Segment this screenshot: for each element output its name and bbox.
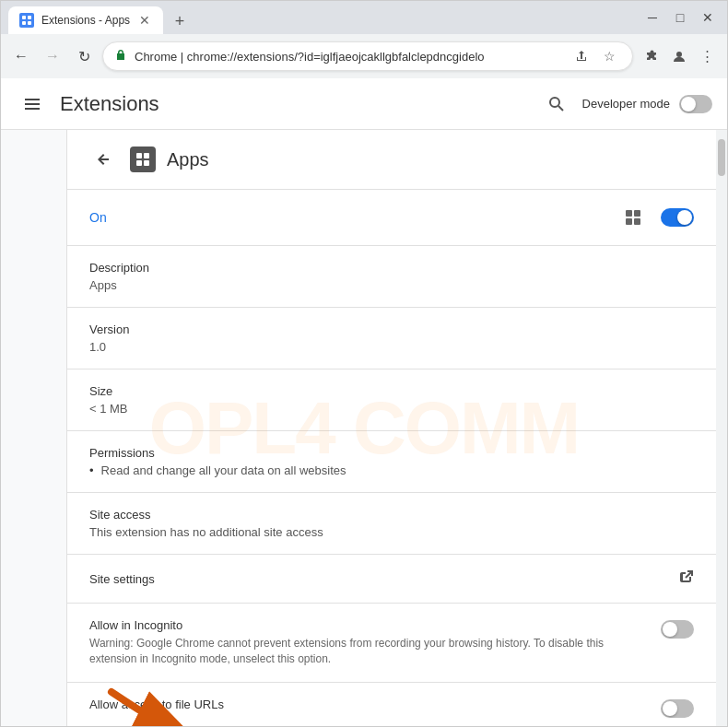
svg-rect-3 <box>28 21 31 25</box>
site-access-label: Site access <box>89 508 694 522</box>
extension-enable-toggle[interactable] <box>661 208 694 227</box>
on-right-controls <box>620 205 694 230</box>
permission-item: • Read and change all your data on all w… <box>89 463 694 477</box>
allow-file-access-row: Allow access to file URLs <box>67 683 716 726</box>
svg-rect-7 <box>25 108 40 110</box>
svg-rect-2 <box>22 21 26 25</box>
size-label: Size <box>89 384 694 398</box>
version-section: Version 1.0 <box>67 308 716 369</box>
allow-incognito-row: Allow in Incognito Warning: Google Chrom… <box>67 604 716 683</box>
enable-disable-row: On <box>67 190 716 246</box>
svg-rect-16 <box>626 218 632 225</box>
toggle-thumb <box>681 97 696 111</box>
svg-rect-14 <box>626 210 632 217</box>
menu-icon[interactable]: ⋮ <box>694 43 720 69</box>
window-controls: ─ □ ✕ <box>640 6 720 29</box>
profile-icon[interactable] <box>666 43 692 69</box>
size-section: Size < 1 MB <box>67 369 716 431</box>
title-bar: Extensions - Apps ✕ + ─ □ ✕ <box>1 1 727 34</box>
enable-toggle-thumb <box>677 210 692 225</box>
tab-title: Extensions - Apps <box>41 14 130 27</box>
description-section: Description Apps <box>67 246 716 308</box>
tab-bar: Extensions - Apps ✕ + <box>8 1 640 34</box>
extension-name: Apps <box>167 149 209 170</box>
active-tab[interactable]: Extensions - Apps ✕ <box>8 6 163 34</box>
url-text: Chrome | chrome://extensions/?id=iglfjae… <box>135 50 562 64</box>
file-access-title: Allow access to file URLs <box>89 698 646 711</box>
site-access-value: This extension has no additional site ac… <box>89 525 694 539</box>
extensions-title: Extensions <box>60 92 540 116</box>
back-button[interactable]: ← <box>8 43 34 69</box>
content-wrapper: Apps On <box>1 130 727 726</box>
developer-mode-label: Developer mode <box>582 97 670 111</box>
svg-rect-15 <box>634 210 640 217</box>
incognito-toggle-ctrl <box>661 620 694 639</box>
svg-rect-6 <box>25 103 40 105</box>
svg-point-8 <box>550 98 559 107</box>
address-bar: ← → ↻ Chrome | chrome://extensions/?id=i… <box>1 34 727 78</box>
version-value: 1.0 <box>89 340 694 354</box>
scrollbar-thumb <box>718 139 725 176</box>
svg-rect-0 <box>22 16 26 19</box>
permissions-label: Permissions <box>89 446 694 460</box>
svg-rect-13 <box>144 160 149 166</box>
bullet-icon: • <box>89 463 94 477</box>
grid-icon <box>620 205 646 230</box>
maximize-button[interactable]: □ <box>668 6 692 29</box>
permission-text: Read and change all your data on all web… <box>101 463 346 477</box>
size-value: < 1 MB <box>89 402 694 416</box>
file-access-text: Allow access to file URLs <box>89 698 646 715</box>
tab-close-button[interactable]: ✕ <box>137 13 152 28</box>
bookmark-icon[interactable]: ☆ <box>597 44 621 68</box>
developer-mode-toggle[interactable] <box>679 95 712 113</box>
new-tab-button[interactable]: + <box>167 8 193 34</box>
content-area: Apps On <box>67 130 716 726</box>
developer-mode-area: Developer mode <box>540 88 712 121</box>
incognito-title: Allow in Incognito <box>89 618 646 632</box>
detail-header: Apps <box>67 130 716 190</box>
description-label: Description <box>89 261 694 275</box>
browser-window: Extensions - Apps ✕ + ─ □ ✕ ← → ↻ Chrome… <box>0 0 728 727</box>
share-icon[interactable] <box>569 44 593 68</box>
extension-detail-page: Apps On <box>67 130 716 726</box>
extensions-header: Extensions Developer mode <box>1 78 727 130</box>
file-access-toggle-ctrl <box>661 699 694 718</box>
incognito-text: Allow in Incognito Warning: Google Chrom… <box>89 618 646 667</box>
tab-extension-icon <box>19 13 34 28</box>
close-button[interactable]: ✕ <box>696 6 720 29</box>
file-access-toggle-thumb <box>663 701 677 716</box>
permissions-section: Permissions • Read and change all your d… <box>67 431 716 493</box>
site-settings-row[interactable]: Site settings <box>67 555 716 604</box>
svg-point-4 <box>676 52 682 57</box>
toolbar-buttons: ⋮ <box>639 43 720 69</box>
secure-icon <box>114 49 127 64</box>
forward-button[interactable]: → <box>40 43 65 69</box>
minimize-button[interactable]: ─ <box>640 6 664 29</box>
incognito-desc: Warning: Google Chrome cannot prevent ex… <box>89 636 646 667</box>
site-access-section: Site access This extension has no additi… <box>67 493 716 555</box>
scrollbar[interactable] <box>716 130 727 726</box>
status-label: On <box>89 210 107 225</box>
svg-rect-12 <box>136 160 142 166</box>
hamburger-menu-button[interactable] <box>16 88 49 121</box>
svg-rect-1 <box>28 16 31 19</box>
extensions-icon[interactable] <box>639 43 664 69</box>
svg-rect-11 <box>144 153 149 158</box>
refresh-button[interactable]: ↻ <box>71 43 97 69</box>
svg-rect-10 <box>136 153 142 158</box>
version-label: Version <box>89 322 694 336</box>
extension-icon-detail <box>130 147 156 172</box>
url-actions: ☆ <box>569 44 621 68</box>
site-settings-label: Site settings <box>89 572 155 586</box>
svg-rect-17 <box>634 218 640 225</box>
url-bar[interactable]: Chrome | chrome://extensions/?id=iglfjae… <box>102 41 633 71</box>
svg-rect-5 <box>25 99 40 100</box>
sidebar-strip <box>1 130 67 726</box>
file-access-toggle[interactable] <box>661 699 694 718</box>
back-button-detail[interactable] <box>89 145 119 174</box>
incognito-toggle[interactable] <box>661 620 694 639</box>
incognito-toggle-thumb <box>663 622 677 637</box>
description-value: Apps <box>89 278 694 292</box>
search-button[interactable] <box>540 88 573 121</box>
external-link-icon <box>679 569 694 588</box>
